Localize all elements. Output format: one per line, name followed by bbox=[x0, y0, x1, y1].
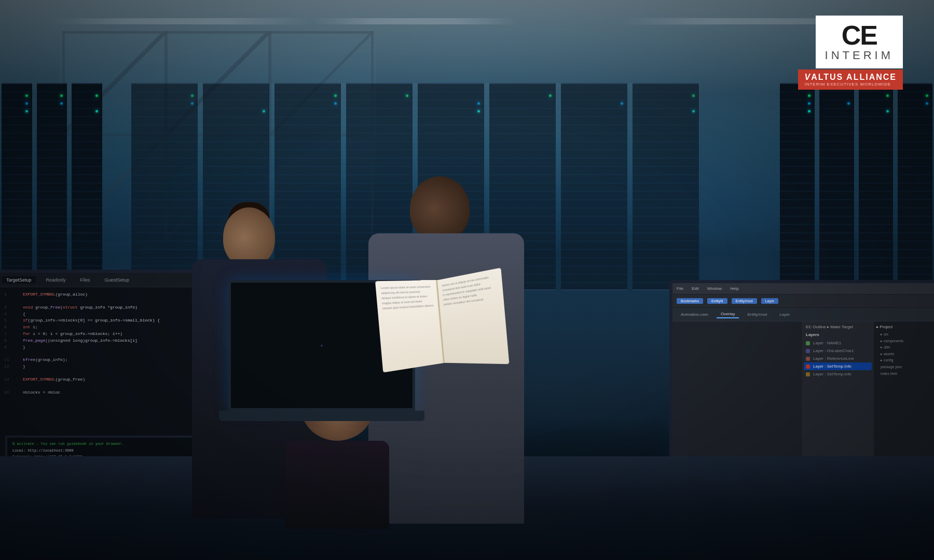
ind-c3 bbox=[263, 110, 265, 113]
indicator-7 bbox=[95, 110, 98, 113]
ind-c2 bbox=[191, 102, 194, 105]
ind-r7 bbox=[926, 102, 928, 105]
book-page-left: Lorem ipsum dolor sit amet consectetur a… bbox=[375, 280, 445, 372]
body-front bbox=[285, 441, 389, 529]
main-container: TargetSetup Readonly Files GuestSetup 1 … bbox=[0, 0, 934, 560]
ind-c8 bbox=[477, 102, 480, 105]
ind-c6 bbox=[406, 94, 408, 97]
ind-c5 bbox=[334, 94, 337, 97]
ind-r6 bbox=[886, 110, 889, 113]
valtus-sub: INTERIM EXECUTIVES WORLDWIDE bbox=[804, 82, 891, 87]
valtus-rest: ALTUS ALLIANCE bbox=[811, 73, 897, 81]
ind-r4 bbox=[847, 102, 850, 105]
ind-c1 bbox=[191, 94, 194, 97]
ce-interim-logo: CE INTERIM bbox=[816, 16, 903, 68]
indicator-2 bbox=[25, 102, 28, 105]
head-right bbox=[410, 176, 470, 241]
ind-c11 bbox=[692, 94, 695, 97]
laptop-display: ● bbox=[321, 343, 323, 348]
open-book: Lorem ipsum dolor sit amet consectetur a… bbox=[380, 275, 501, 368]
ind-r8 bbox=[926, 94, 928, 97]
interim-text: INTERIM bbox=[825, 49, 894, 62]
ind-c7 bbox=[477, 110, 480, 113]
ind-c9 bbox=[549, 94, 552, 97]
ind-r2 bbox=[808, 102, 811, 105]
photo-scene: TargetSetup Readonly Files GuestSetup 1 … bbox=[0, 0, 934, 560]
ind-c4 bbox=[334, 102, 337, 105]
ce-text: CE bbox=[842, 22, 877, 49]
indicator-5 bbox=[60, 94, 63, 97]
indicator-3 bbox=[25, 110, 28, 113]
ind-c10 bbox=[621, 102, 623, 105]
ind-c12 bbox=[692, 110, 695, 113]
indicator-1 bbox=[25, 94, 28, 97]
indicator-4 bbox=[60, 102, 63, 105]
ind-r3 bbox=[808, 110, 811, 113]
valtus-v: V bbox=[804, 73, 811, 81]
indicator-6 bbox=[95, 94, 98, 97]
ind-r5 bbox=[886, 94, 889, 97]
book-text-left: Lorem ipsum dolor sit amet consectetur a… bbox=[375, 280, 440, 316]
valtus-text: VALTUS ALLIANCE bbox=[804, 73, 897, 82]
head-left bbox=[223, 207, 275, 267]
logo-container: CE INTERIM VALTUS ALLIANCE INTERIM EXECU… bbox=[798, 16, 903, 90]
valtus-badge: VALTUS ALLIANCE INTERIM EXECUTIVES WORLD… bbox=[798, 69, 903, 90]
book-page-right: laboris nisi ut aliquip ex ea commodo co… bbox=[437, 268, 510, 364]
laptop-base-bar bbox=[219, 411, 424, 421]
ind-r1 bbox=[808, 94, 811, 97]
